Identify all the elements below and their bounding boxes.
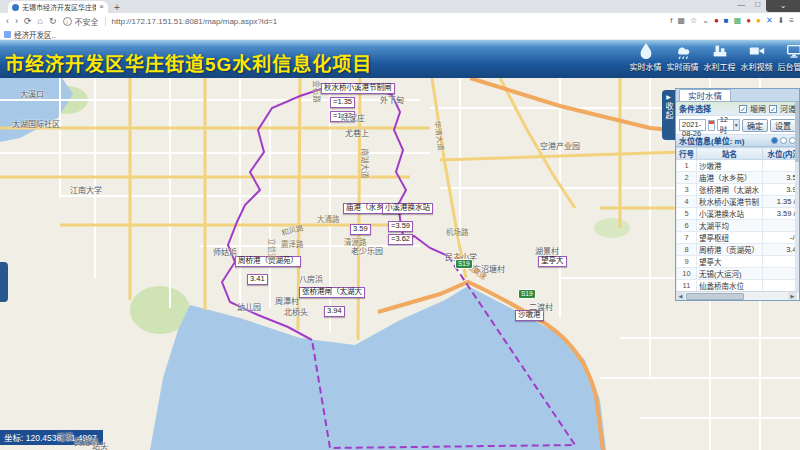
table-row[interactable]: 1沙墩港: [677, 160, 800, 172]
extension-icon[interactable]: ≡: [789, 17, 794, 25]
station-marker[interactable]: 秋水桥小溪港节制闸: [321, 83, 395, 94]
extension-icon[interactable]: ✕: [766, 17, 773, 25]
table-row[interactable]: 3张桥港闸（太湖水3.94: [677, 184, 800, 196]
extension-icon[interactable]: ☆: [690, 17, 697, 25]
bookmark-item[interactable]: 经济开发区..: [14, 29, 56, 40]
table-row[interactable]: 10无锡(大运河): [677, 268, 800, 280]
tab-close-icon[interactable]: ×: [99, 3, 104, 11]
table-cell: 庙港（水乡苑）: [697, 172, 763, 184]
scroll-left-icon[interactable]: ◀: [676, 292, 685, 301]
settings-button[interactable]: 设置: [770, 119, 796, 132]
table-cell: 5: [677, 208, 697, 220]
table-cell: 10: [677, 268, 697, 280]
scroll-right-icon[interactable]: ▶: [788, 292, 797, 301]
reload-icon[interactable]: ↻: [49, 16, 57, 26]
hour-value: 12时: [718, 115, 733, 135]
left-collapse-tab[interactable]: [0, 262, 8, 302]
table-cell: 望亭枢纽: [697, 232, 763, 244]
date-input[interactable]: 2021-08-26: [679, 119, 706, 131]
place-label: 空港产业园: [540, 140, 580, 151]
pagination-dot[interactable]: [780, 137, 787, 144]
extension-icon[interactable]: ■: [724, 17, 729, 25]
scroll-thumb[interactable]: [686, 293, 744, 300]
overlay-chevron-button[interactable]: ⌄: [766, 0, 800, 12]
table-cell: 8: [677, 244, 697, 256]
table-cell: 周桥港（贡湖苑）: [697, 244, 763, 256]
window-minimize-button[interactable]: —: [737, 0, 745, 9]
place-label: 尤巷上: [345, 127, 369, 138]
section-header: 水位信息(单位: m): [676, 134, 799, 147]
back-icon[interactable]: ‹: [6, 16, 9, 26]
browser-tab[interactable]: 无锡市经济开发区华庄街道5G水… ×: [8, 1, 108, 13]
nav-button-label: 实时水情: [630, 61, 662, 72]
extension-icon[interactable]: ●: [756, 17, 761, 25]
table-cell: 太湖平均: [697, 220, 763, 232]
road-label: 南湖大道: [360, 149, 371, 179]
water-level-panel: 实时水情 条件选择 ✓堰闸✓河道 2021-08-26 12时 ▼ 确定 设置 …: [675, 88, 800, 301]
table-cell: 无锡(大运河): [697, 268, 763, 280]
table-cell: 仙蠡桥南水位: [697, 280, 763, 292]
panel-toggle-dots[interactable]: [771, 137, 796, 144]
confirm-button[interactable]: 确定: [742, 119, 768, 132]
table-row[interactable]: 6太湖平均: [677, 220, 800, 232]
road-label: 清源路: [344, 236, 367, 247]
extension-icon[interactable]: ⬇: [778, 17, 785, 25]
nav-button-后台管理[interactable]: 后台管理: [775, 42, 800, 72]
station-marker[interactable]: 3.41: [247, 274, 268, 285]
url-input[interactable]: http://172.17.151.51:8081/map/map.aspx?i…: [105, 17, 665, 26]
extension-icon[interactable]: ●: [714, 17, 719, 25]
table-row[interactable]: 7望亭枢纽-/-: [677, 232, 800, 244]
station-marker[interactable]: 小溪港换水站: [382, 203, 433, 214]
station-marker[interactable]: 3.59: [350, 224, 371, 235]
pagination-dot[interactable]: [771, 137, 778, 144]
table-row[interactable]: 9望亭大: [677, 256, 800, 268]
checkbox-label: 堰闸: [750, 103, 766, 114]
tab-title: 无锡市经济开发区华庄街道5G水…: [22, 2, 96, 12]
place-label: 陆家庄: [341, 112, 365, 123]
header-nav: 实时水情实时雨情水利工程水利视频后台管理: [627, 42, 800, 72]
station-marker[interactable]: 望亭大: [538, 256, 567, 267]
table-row[interactable]: 5小溪港换水站3.59 /3.62: [677, 208, 800, 220]
checkbox-label: 河道: [780, 103, 796, 114]
new-tab-button[interactable]: +: [114, 2, 120, 13]
refresh-icon[interactable]: ⟳: [24, 16, 32, 26]
extension-icon[interactable]: ⌄: [702, 17, 709, 25]
extension-icon[interactable]: ●: [746, 17, 751, 25]
place-label: 二渡村: [529, 301, 553, 312]
station-marker[interactable]: =1.35: [330, 97, 355, 108]
extension-icon[interactable]: ▦: [678, 17, 686, 25]
not-secure-label[interactable]: 不安全: [75, 16, 99, 27]
road-label: 大通路: [317, 213, 340, 224]
extension-icon[interactable]: f: [670, 17, 672, 25]
home-icon[interactable]: ⌂: [38, 16, 43, 26]
table-row[interactable]: 2庙港（水乡苑）3.59: [677, 172, 800, 184]
place-label: 外下甸: [380, 94, 404, 105]
road-label: 立信道: [267, 238, 278, 261]
dam-icon: [711, 42, 729, 60]
checkbox-堰闸[interactable]: ✓: [739, 105, 747, 113]
horizontal-scrollbar[interactable]: ◀ ▶: [676, 291, 797, 300]
station-marker[interactable]: =3.62: [388, 234, 413, 245]
panel-collapse-tab[interactable]: ▶ 收起: [662, 90, 675, 140]
nav-button-实时水情[interactable]: 实时水情: [627, 42, 664, 72]
calendar-icon[interactable]: [708, 120, 714, 131]
checkbox-河道[interactable]: ✓: [769, 105, 777, 113]
forward-icon[interactable]: ›: [15, 16, 18, 26]
nav-button-水利视频[interactable]: 水利视频: [738, 42, 775, 72]
extension-icon[interactable]: ▦: [734, 17, 742, 25]
info-icon[interactable]: i: [63, 17, 72, 26]
nav-button-水利工程[interactable]: 水利工程: [701, 42, 738, 72]
video-camera-icon: [748, 42, 766, 60]
hour-select[interactable]: 12时 ▼: [717, 119, 740, 131]
table-row[interactable]: 11仙蠡桥南水位: [677, 280, 800, 292]
nav-button-实时雨情[interactable]: 实时雨情: [664, 42, 701, 72]
station-marker[interactable]: 张桥港闸（太湖大: [299, 287, 365, 298]
table-row[interactable]: 8周桥港（贡湖苑）3.41: [677, 244, 800, 256]
tab-realtime-water[interactable]: 实时水情: [679, 89, 731, 101]
table-header-row: 行号站名水位(内河/外河): [677, 148, 800, 160]
table-row[interactable]: 4秋水桥小溪港节制1.35 /1.32: [677, 196, 800, 208]
station-marker[interactable]: =3.59: [388, 221, 413, 232]
window-maximize-button[interactable]: □: [755, 0, 760, 9]
station-marker[interactable]: 3.94: [324, 306, 345, 317]
vertical-scrollbar[interactable]: [795, 102, 799, 293]
